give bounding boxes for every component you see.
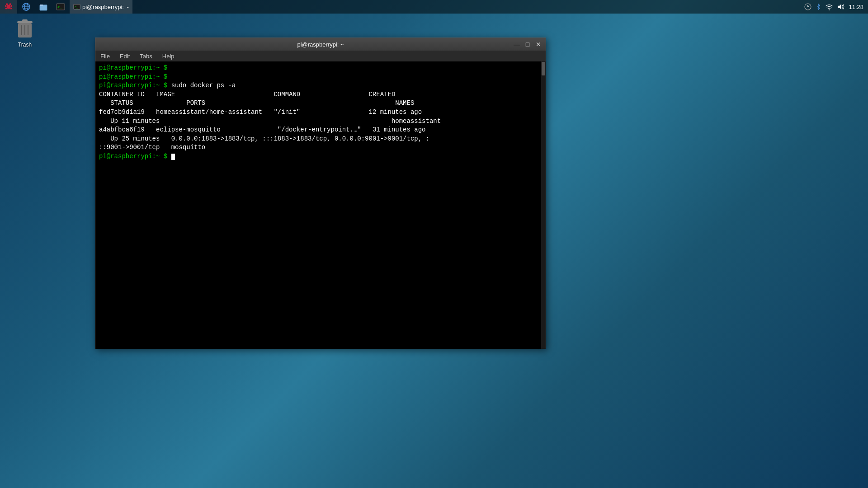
- terminal-scrollbar[interactable]: [541, 61, 546, 349]
- term-line-9: Up 25 minutes 0.0.0.0:1883->1883/tcp, ::…: [99, 135, 542, 144]
- terminal-menu-tabs[interactable]: Tabs: [137, 52, 155, 61]
- taskbar-status: 11:28: [804, 3, 868, 10]
- svg-point-5: [5, 8, 7, 9]
- trash-icon-desktop[interactable]: Trash: [9, 18, 41, 48]
- term-line-4: CONTAINER ID IMAGE COMMAND CREATED: [99, 90, 542, 99]
- svg-point-1: [6, 3, 8, 5]
- terminal-controls: — □ ✕: [512, 38, 543, 51]
- term-line-3: pi@raspberrypi:~ $ sudo docker ps -a: [99, 81, 542, 90]
- trash-icon: [14, 18, 36, 40]
- term-line-11: pi@raspberrypi:~ $: [99, 152, 542, 161]
- svg-point-0: [6, 5, 10, 9]
- svg-point-21: [829, 9, 830, 10]
- terminal-window: pi@raspberrypi: ~ — □ ✕ File Edit Tabs H…: [95, 38, 546, 349]
- terminal-shade-button[interactable]: —: [512, 39, 522, 49]
- svg-point-3: [5, 5, 7, 7]
- bluetooth-icon: [815, 3, 821, 10]
- term-line-6: fed7cb9d1a19 homeassistant/home-assistan…: [99, 108, 542, 117]
- terminal-taskbar-item[interactable]: >_ pi@raspberrypi: ~: [70, 0, 132, 14]
- terminal-menubar: File Edit Tabs Help: [95, 51, 546, 61]
- terminal-menu-edit[interactable]: Edit: [117, 52, 132, 61]
- taskbar-terminal-label: pi@raspberrypi: ~: [82, 4, 129, 10]
- svg-rect-22: [17, 21, 33, 23]
- svg-text:>_: >_: [74, 5, 78, 9]
- taskbar: >_ >_ pi@raspberrypi: ~: [0, 0, 868, 14]
- taskbar-left: >_ >_ pi@raspberrypi: ~: [0, 0, 132, 14]
- terminal-launcher-button[interactable]: >_: [52, 0, 69, 14]
- rpi-menu-button[interactable]: [0, 0, 17, 14]
- svg-rect-23: [22, 19, 28, 21]
- svg-text:>_: >_: [57, 5, 62, 9]
- terminal-scrollbar-thumb[interactable]: [542, 62, 545, 75]
- term-line-7: Up 11 minutes homeassistant: [99, 117, 542, 126]
- term-line-8: a4abfbca6f19 eclipse-mosquitto "/docker-…: [99, 126, 542, 135]
- terminal-maximize-button[interactable]: □: [523, 39, 533, 49]
- file-manager-button[interactable]: [35, 0, 52, 14]
- terminal-title: pi@raspberrypi: ~: [297, 41, 344, 48]
- terminal-cursor: [171, 154, 175, 160]
- svg-point-6: [10, 8, 12, 9]
- terminal-titlebar: pi@raspberrypi: ~ — □ ✕: [95, 38, 546, 51]
- term-line-2: pi@raspberrypi:~ $: [99, 73, 542, 82]
- svg-rect-13: [40, 5, 43, 6]
- term-line-5: STATUS PORTS NAMES: [99, 99, 542, 108]
- terminal-menu-help[interactable]: Help: [160, 52, 177, 61]
- term-line-10: ::9001->9001/tcp mosquitto: [99, 143, 542, 152]
- terminal-menu-file[interactable]: File: [98, 52, 113, 61]
- terminal-close-button[interactable]: ✕: [533, 39, 543, 49]
- trash-label: Trash: [18, 42, 32, 48]
- clock-icon: [804, 3, 811, 10]
- svg-point-2: [9, 3, 11, 5]
- term-line-1: pi@raspberrypi:~ $: [99, 64, 542, 73]
- terminal-content[interactable]: pi@raspberrypi:~ $ pi@raspberrypi:~ $ pi…: [95, 61, 546, 349]
- svg-point-4: [11, 5, 13, 7]
- clock-time: 11:28: [849, 4, 863, 10]
- volume-icon: [837, 3, 845, 10]
- desktop: >_ >_ pi@raspberrypi: ~: [0, 0, 868, 488]
- wifi-icon: [825, 3, 833, 10]
- network-button[interactable]: [18, 0, 34, 14]
